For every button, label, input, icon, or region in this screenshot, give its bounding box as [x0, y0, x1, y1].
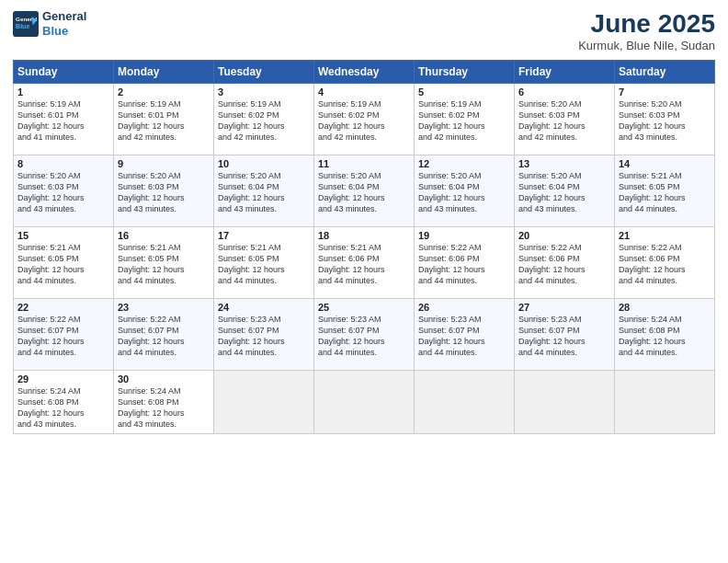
day-info: Sunrise: 5:24 AMSunset: 6:08 PMDaylight:…: [17, 385, 109, 431]
day-number: 15: [17, 230, 109, 241]
day-info: Sunrise: 5:21 AMSunset: 6:05 PMDaylight:…: [218, 242, 310, 287]
day-number: 23: [118, 302, 210, 313]
day-info: Sunrise: 5:23 AMSunset: 6:07 PMDaylight:…: [318, 314, 410, 359]
day-number: 20: [518, 230, 610, 241]
day-info: Sunrise: 5:19 AMSunset: 6:02 PMDaylight:…: [218, 98, 310, 144]
day-info: Sunrise: 5:22 AMSunset: 6:07 PMDaylight:…: [118, 314, 210, 359]
day-number: 16: [118, 230, 210, 241]
col-tuesday: Tuesday: [214, 61, 314, 84]
day-number: 7: [619, 86, 711, 98]
day-number: 5: [418, 86, 510, 98]
day-info: Sunrise: 5:22 AMSunset: 6:06 PMDaylight:…: [518, 242, 610, 287]
day-number: 30: [118, 373, 210, 385]
table-row: [214, 371, 314, 434]
day-number: 19: [418, 230, 510, 241]
table-row: 26Sunrise: 5:23 AMSunset: 6:07 PMDayligh…: [415, 299, 515, 371]
day-info: Sunrise: 5:21 AMSunset: 6:06 PMDaylight:…: [318, 242, 410, 287]
table-row: 7Sunrise: 5:20 AMSunset: 6:03 PMDaylight…: [615, 84, 715, 155]
logo-icon: General Blue: [13, 11, 39, 37]
month-title: June 2025: [578, 9, 715, 39]
day-number: 4: [318, 86, 410, 98]
table-row: 6Sunrise: 5:20 AMSunset: 6:03 PMDaylight…: [515, 84, 615, 155]
day-info: Sunrise: 5:22 AMSunset: 6:07 PMDaylight:…: [17, 314, 109, 359]
day-info: Sunrise: 5:21 AMSunset: 6:05 PMDaylight:…: [17, 242, 109, 287]
location-subtitle: Kurmuk, Blue Nile, Sudan: [578, 39, 715, 52]
day-number: 10: [218, 158, 310, 169]
day-number: 14: [619, 158, 711, 169]
table-row: 2Sunrise: 5:19 AMSunset: 6:01 PMDaylight…: [114, 84, 214, 155]
day-number: 1: [17, 86, 109, 98]
day-number: 24: [218, 302, 310, 313]
calendar-table: Sunday Monday Tuesday Wednesday Thursday…: [13, 60, 715, 434]
table-row: 28Sunrise: 5:24 AMSunset: 6:08 PMDayligh…: [615, 299, 715, 371]
table-row: 16Sunrise: 5:21 AMSunset: 6:05 PMDayligh…: [114, 227, 214, 299]
day-number: 17: [218, 230, 310, 241]
day-info: Sunrise: 5:20 AMSunset: 6:04 PMDaylight:…: [418, 170, 510, 215]
day-number: 3: [218, 86, 310, 98]
table-row: 13Sunrise: 5:20 AMSunset: 6:04 PMDayligh…: [515, 155, 615, 227]
day-info: Sunrise: 5:20 AMSunset: 6:03 PMDaylight:…: [619, 98, 711, 144]
day-number: 11: [318, 158, 410, 169]
day-info: Sunrise: 5:19 AMSunset: 6:02 PMDaylight:…: [318, 98, 410, 144]
table-row: 15Sunrise: 5:21 AMSunset: 6:05 PMDayligh…: [14, 227, 114, 299]
header-row: Sunday Monday Tuesday Wednesday Thursday…: [14, 61, 715, 84]
day-number: 8: [17, 158, 109, 169]
table-row: 17Sunrise: 5:21 AMSunset: 6:05 PMDayligh…: [214, 227, 314, 299]
calendar-container: General Blue General Blue June 2025 Kurm…: [0, 0, 728, 563]
day-number: 29: [17, 373, 109, 385]
logo-text: General Blue: [42, 9, 86, 38]
day-info: Sunrise: 5:20 AMSunset: 6:03 PMDaylight:…: [518, 98, 610, 144]
table-row: 4Sunrise: 5:19 AMSunset: 6:02 PMDaylight…: [314, 84, 415, 155]
title-block: June 2025 Kurmuk, Blue Nile, Sudan: [578, 9, 715, 52]
col-saturday: Saturday: [615, 61, 715, 84]
calendar-week-row: 8Sunrise: 5:20 AMSunset: 6:03 PMDaylight…: [14, 155, 715, 227]
day-info: Sunrise: 5:22 AMSunset: 6:06 PMDaylight:…: [619, 242, 711, 287]
day-info: Sunrise: 5:20 AMSunset: 6:04 PMDaylight:…: [318, 170, 410, 215]
table-row: 22Sunrise: 5:22 AMSunset: 6:07 PMDayligh…: [14, 299, 114, 371]
day-number: 27: [518, 302, 610, 313]
day-number: 6: [518, 86, 610, 98]
table-row: 19Sunrise: 5:22 AMSunset: 6:06 PMDayligh…: [415, 227, 515, 299]
col-thursday: Thursday: [415, 61, 515, 84]
day-info: Sunrise: 5:20 AMSunset: 6:04 PMDaylight:…: [518, 170, 610, 215]
calendar-week-row: 15Sunrise: 5:21 AMSunset: 6:05 PMDayligh…: [14, 227, 715, 299]
day-number: 22: [17, 302, 109, 313]
day-number: 2: [118, 86, 210, 98]
table-row: [615, 371, 715, 434]
day-info: Sunrise: 5:20 AMSunset: 6:03 PMDaylight:…: [17, 170, 109, 215]
logo: General Blue General Blue: [13, 9, 86, 38]
day-info: Sunrise: 5:21 AMSunset: 6:05 PMDaylight:…: [118, 242, 210, 287]
table-row: 18Sunrise: 5:21 AMSunset: 6:06 PMDayligh…: [314, 227, 415, 299]
day-info: Sunrise: 5:20 AMSunset: 6:03 PMDaylight:…: [118, 170, 210, 215]
table-row: 23Sunrise: 5:22 AMSunset: 6:07 PMDayligh…: [114, 299, 214, 371]
day-info: Sunrise: 5:24 AMSunset: 6:08 PMDaylight:…: [619, 314, 711, 359]
table-row: 3Sunrise: 5:19 AMSunset: 6:02 PMDaylight…: [214, 84, 314, 155]
day-info: Sunrise: 5:22 AMSunset: 6:06 PMDaylight:…: [418, 242, 510, 287]
table-row: 8Sunrise: 5:20 AMSunset: 6:03 PMDaylight…: [14, 155, 114, 227]
header: General Blue General Blue June 2025 Kurm…: [13, 9, 715, 52]
day-number: 18: [318, 230, 410, 241]
day-info: Sunrise: 5:20 AMSunset: 6:04 PMDaylight:…: [218, 170, 310, 215]
table-row: 14Sunrise: 5:21 AMSunset: 6:05 PMDayligh…: [615, 155, 715, 227]
svg-text:Blue: Blue: [16, 22, 29, 29]
col-friday: Friday: [515, 61, 615, 84]
calendar-week-row: 29Sunrise: 5:24 AMSunset: 6:08 PMDayligh…: [14, 371, 715, 434]
day-number: 12: [418, 158, 510, 169]
day-number: 26: [418, 302, 510, 313]
table-row: 30Sunrise: 5:24 AMSunset: 6:08 PMDayligh…: [114, 371, 214, 434]
table-row: 5Sunrise: 5:19 AMSunset: 6:02 PMDaylight…: [415, 84, 515, 155]
day-info: Sunrise: 5:19 AMSunset: 6:01 PMDaylight:…: [118, 98, 210, 144]
day-number: 9: [118, 158, 210, 169]
calendar-week-row: 1Sunrise: 5:19 AMSunset: 6:01 PMDaylight…: [14, 84, 715, 155]
table-row: 20Sunrise: 5:22 AMSunset: 6:06 PMDayligh…: [515, 227, 615, 299]
table-row: [415, 371, 515, 434]
table-row: 1Sunrise: 5:19 AMSunset: 6:01 PMDaylight…: [14, 84, 114, 155]
day-info: Sunrise: 5:19 AMSunset: 6:01 PMDaylight:…: [17, 98, 109, 144]
table-row: [515, 371, 615, 434]
table-row: 25Sunrise: 5:23 AMSunset: 6:07 PMDayligh…: [314, 299, 415, 371]
table-row: 10Sunrise: 5:20 AMSunset: 6:04 PMDayligh…: [214, 155, 314, 227]
table-row: 12Sunrise: 5:20 AMSunset: 6:04 PMDayligh…: [415, 155, 515, 227]
day-info: Sunrise: 5:23 AMSunset: 6:07 PMDaylight:…: [218, 314, 310, 359]
table-row: 27Sunrise: 5:23 AMSunset: 6:07 PMDayligh…: [515, 299, 615, 371]
col-wednesday: Wednesday: [314, 61, 415, 84]
